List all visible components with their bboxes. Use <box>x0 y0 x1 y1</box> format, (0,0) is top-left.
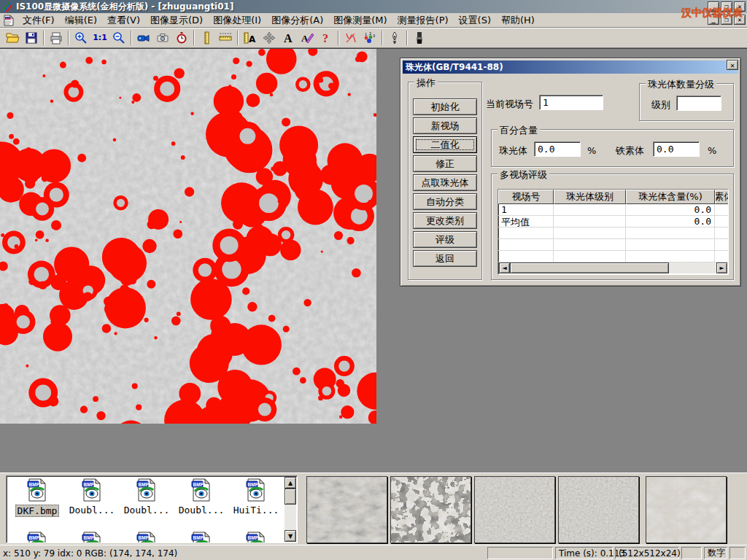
thumbnail-1[interactable] <box>306 476 387 543</box>
rating-group-label: 多视场评级 <box>498 168 549 182</box>
pearlite-percent-label: 珠光体 <box>499 144 527 158</box>
status-empty-panel <box>487 547 553 559</box>
file-name[interactable]: DKF.bmp <box>15 505 60 517</box>
table-row-empty <box>498 251 728 262</box>
return-button[interactable]: 返回 <box>413 250 477 267</box>
cell-grade <box>554 204 626 216</box>
save-icon[interactable] <box>22 29 41 47</box>
actual-size-icon[interactable]: 1:1 <box>90 29 109 47</box>
current-field-input[interactable]: 1 <box>539 95 603 110</box>
file-item[interactable]: BMP <box>11 532 63 543</box>
file-item[interactable]: BMP <box>175 532 228 543</box>
capture-camera-icon[interactable] <box>153 29 172 47</box>
binarize-button[interactable]: 二值化 <box>413 136 477 153</box>
count-points-icon[interactable]: 123 <box>360 29 379 47</box>
grade-button[interactable]: 评级 <box>413 231 477 248</box>
toolbar: 1:1 A A A ? 123 <box>0 28 747 48</box>
file-name[interactable]: Doubl... <box>177 505 226 516</box>
table-row[interactable]: 1 0.0 <box>498 204 728 216</box>
scroll-track[interactable] <box>669 262 716 273</box>
grade-input[interactable] <box>676 96 721 111</box>
pick-pearlite-button[interactable]: 点取珠光体 <box>413 174 477 191</box>
ruler-horizontal-icon[interactable] <box>216 29 235 47</box>
open-icon[interactable] <box>3 29 22 47</box>
print-icon[interactable] <box>47 29 66 47</box>
menu-report[interactable]: 测量报告(P) <box>392 12 454 28</box>
thumbnail-2[interactable] <box>390 476 471 543</box>
table-row-empty <box>498 239 728 251</box>
file-item[interactable]: BMP <box>120 532 173 543</box>
file-list-vscrollbar[interactable]: ▲ ▼ <box>285 477 296 542</box>
pearlite-percent-unit: % <box>587 145 596 156</box>
change-class-button[interactable]: 更改类别 <box>413 212 477 229</box>
scroll-thumb[interactable] <box>285 489 296 505</box>
menu-image-process[interactable]: 图像处理(I) <box>208 12 266 28</box>
help-icon[interactable]: ? <box>317 29 336 47</box>
bmp-file-icon: BMP <box>190 478 212 502</box>
scroll-down-icon[interactable]: ▼ <box>285 530 296 542</box>
timer-icon[interactable] <box>172 29 191 47</box>
thumbnail-4[interactable] <box>558 476 639 543</box>
file-item[interactable]: BMP <box>66 532 118 543</box>
file-item[interactable]: BMP <box>230 532 282 543</box>
curve-cut-icon[interactable] <box>341 29 360 47</box>
file-item[interactable]: BMP DKF.bmp <box>11 478 63 517</box>
svg-text:BMP: BMP <box>248 535 259 540</box>
table-hscrollbar[interactable]: ◄ ► <box>499 262 727 273</box>
ferrite-percent-label: 铁素体 <box>616 144 644 158</box>
zoom-in-icon[interactable] <box>71 29 90 47</box>
correct-button[interactable]: 修正 <box>413 155 477 172</box>
svg-text:BMP: BMP <box>84 482 95 487</box>
dialog-close-icon[interactable]: ✕ <box>727 60 738 70</box>
measure-label-icon[interactable]: A <box>241 29 260 47</box>
file-name[interactable]: Doubl... <box>123 505 171 516</box>
file-name[interactable]: Doubl... <box>68 505 117 516</box>
pearlite-percent-input[interactable]: 0.0 <box>534 141 581 157</box>
svg-text:BMP: BMP <box>29 535 40 540</box>
zoom-out-icon[interactable] <box>109 29 128 47</box>
thumbnail-5[interactable] <box>646 476 727 543</box>
menu-image-measure[interactable]: 图像测量(M) <box>328 12 392 28</box>
toolbar-separator <box>237 31 239 45</box>
file-item[interactable]: BMP Doubl... <box>66 478 118 516</box>
menu-image-analysis[interactable]: 图像分析(A) <box>266 12 328 28</box>
menu-image-display[interactable]: 图像显示(D) <box>145 12 208 28</box>
file-item[interactable]: BMP Doubl... <box>120 478 173 516</box>
auto-classify-button[interactable]: 自动分类 <box>413 193 477 210</box>
text-icon[interactable]: A <box>279 29 298 47</box>
scroll-left-icon[interactable]: ◄ <box>499 262 510 273</box>
init-button[interactable]: 初始化 <box>413 98 477 115</box>
workspace: 珠光体(GB/T9441-88) ✕ 操作 初始化 新视场 二值化 修正 点取珠… <box>0 48 747 472</box>
percent-group-label: 百分含量 <box>498 124 540 137</box>
move-cross-icon[interactable] <box>260 29 279 47</box>
text-edit-icon[interactable]: A <box>298 29 317 47</box>
pen-icon[interactable] <box>385 29 404 47</box>
brush-icon[interactable] <box>410 29 429 47</box>
menu-edit[interactable]: 编辑(E) <box>60 12 102 28</box>
video-camera-icon[interactable] <box>134 29 153 47</box>
file-list[interactable]: BMP DKF.bmp BMP Doubl... BMP Doubl... <box>6 475 298 543</box>
binarized-micrograph-image[interactable] <box>0 49 376 424</box>
ferrite-percent-input[interactable]: 0.0 <box>653 141 700 157</box>
status-mode: 数字 <box>704 547 727 559</box>
new-field-button[interactable]: 新视场 <box>413 117 477 134</box>
scroll-thumb[interactable] <box>510 262 669 273</box>
ruler-vertical-icon[interactable] <box>197 29 216 47</box>
scroll-right-icon[interactable]: ► <box>716 262 727 273</box>
menu-file[interactable]: 文件(F) <box>18 12 60 28</box>
dialog-title-bar[interactable]: 珠光体(GB/T9441-88) <box>403 61 738 74</box>
file-item[interactable]: BMP Doubl... <box>175 478 228 516</box>
menu-help[interactable]: 帮助(H) <box>496 12 540 28</box>
menu-view[interactable]: 查看(V) <box>102 12 145 28</box>
thumbnail-3[interactable] <box>474 476 555 543</box>
svg-text:BMP: BMP <box>139 535 150 540</box>
file-name[interactable]: HuiTi... <box>232 505 281 516</box>
file-item[interactable]: BMP HuiTi... <box>230 478 282 516</box>
menu-settings[interactable]: 设置(S) <box>454 12 496 28</box>
cell-ferrite <box>715 204 729 216</box>
bmp-file-icon: BMP <box>245 532 267 543</box>
rating-table-header: 视场号 珠光体级别 珠光体含量(%) 铁素体含量(%) <box>498 190 728 204</box>
table-row[interactable]: 平均值 0.0 <box>498 216 728 228</box>
scroll-up-icon[interactable]: ▲ <box>285 477 296 489</box>
cell-field: 平均值 <box>498 216 554 228</box>
